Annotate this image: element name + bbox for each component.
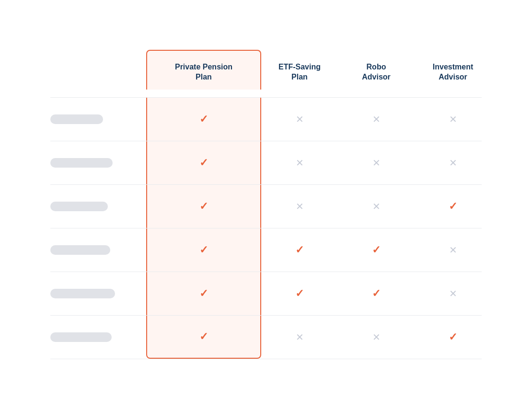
cell-pension-1 <box>146 98 261 141</box>
check-icon <box>295 245 304 255</box>
cross-icon <box>372 332 381 342</box>
cross-icon <box>449 114 457 124</box>
cell-robo-5 <box>338 272 415 315</box>
cell-etf-5 <box>261 272 338 315</box>
label-placeholder <box>50 202 108 211</box>
table-row <box>50 228 482 272</box>
cross-icon <box>296 158 304 168</box>
cell-robo-6 <box>338 316 415 359</box>
row-label <box>50 107 146 132</box>
table-header: Private PensionPlan ETF-SavingPlan RoboA… <box>50 50 482 98</box>
cell-investment-1 <box>415 98 491 141</box>
cell-investment-2 <box>415 141 491 184</box>
cross-icon <box>372 114 381 124</box>
cross-icon <box>296 202 304 211</box>
comparison-container: Private PensionPlan ETF-SavingPlan RoboA… <box>50 50 482 360</box>
label-placeholder <box>50 158 113 168</box>
cell-robo-4 <box>338 228 415 272</box>
header-investment: InvestmentAdvisor <box>415 62 491 90</box>
row-label <box>50 281 146 306</box>
cell-etf-4 <box>261 228 338 272</box>
cell-investment-6 <box>415 316 491 359</box>
table-row <box>50 272 482 315</box>
check-icon <box>199 201 208 212</box>
cell-pension-2 <box>146 141 261 184</box>
cell-robo-3 <box>338 185 415 228</box>
cell-etf-3 <box>261 185 338 228</box>
row-label <box>50 325 146 350</box>
label-placeholder <box>50 289 115 298</box>
cell-investment-5 <box>415 272 491 315</box>
cell-investment-3 <box>415 185 491 228</box>
check-icon <box>295 288 304 299</box>
check-icon <box>449 332 457 342</box>
cross-icon <box>296 114 304 124</box>
row-label <box>50 194 146 219</box>
cross-icon <box>372 158 381 168</box>
check-icon <box>372 245 381 255</box>
table-row <box>50 97 482 141</box>
cross-icon <box>296 332 304 342</box>
cross-icon <box>449 158 457 168</box>
check-icon <box>199 245 208 255</box>
table-row <box>50 184 482 228</box>
row-label <box>50 238 146 262</box>
cell-pension-6 <box>146 316 261 359</box>
table-row <box>50 141 482 184</box>
cell-robo-2 <box>338 141 415 184</box>
cell-etf-6 <box>261 316 338 359</box>
cell-etf-1 <box>261 98 338 141</box>
cross-icon <box>449 245 457 255</box>
cell-investment-4 <box>415 228 491 272</box>
check-icon <box>449 201 457 212</box>
check-icon <box>199 331 208 342</box>
label-placeholder <box>50 332 112 342</box>
cell-etf-2 <box>261 141 338 184</box>
label-placeholder <box>50 114 103 124</box>
cell-pension-5 <box>146 272 261 315</box>
cross-icon <box>372 202 381 211</box>
check-icon <box>199 158 208 168</box>
check-icon <box>199 114 208 125</box>
check-icon <box>199 288 208 299</box>
label-placeholder <box>50 245 110 255</box>
cell-pension-3 <box>146 185 261 228</box>
table-row <box>50 315 482 359</box>
header-pension: Private PensionPlan <box>146 50 261 90</box>
header-robo: RoboAdvisor <box>338 62 415 90</box>
row-label <box>50 150 146 175</box>
cell-pension-4 <box>146 228 261 272</box>
header-etf: ETF-SavingPlan <box>261 62 338 90</box>
cross-icon <box>449 289 457 298</box>
check-icon <box>372 288 381 299</box>
cell-robo-1 <box>338 98 415 141</box>
table-body <box>50 97 482 359</box>
